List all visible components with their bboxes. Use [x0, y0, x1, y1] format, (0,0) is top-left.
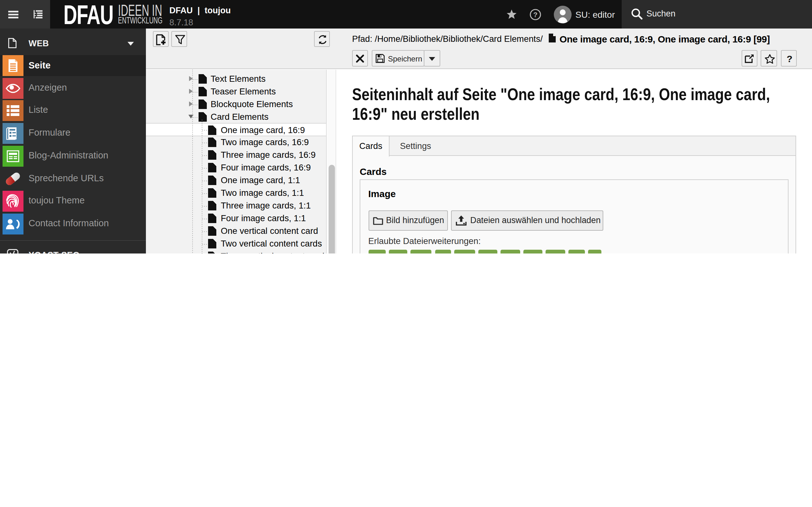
svg-text:?: ?: [533, 10, 537, 18]
